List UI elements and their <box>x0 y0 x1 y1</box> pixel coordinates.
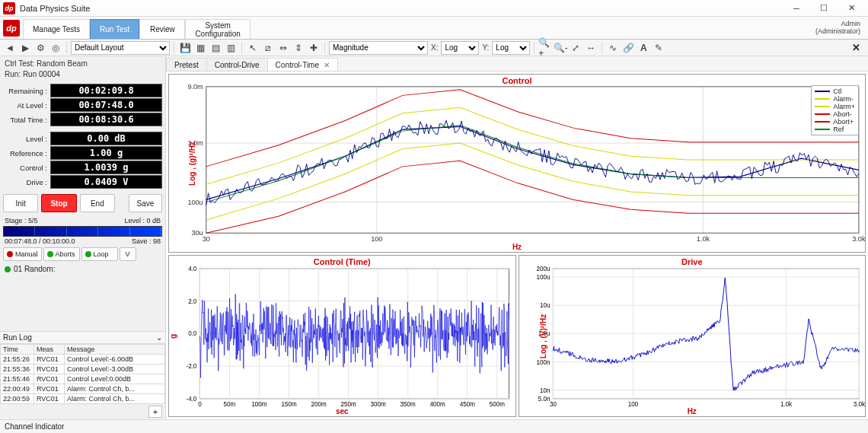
manual-button[interactable]: Manual <box>3 247 42 261</box>
svg-text:30: 30 <box>203 235 210 243</box>
text-icon[interactable]: A <box>637 41 650 55</box>
target-icon[interactable]: ◎ <box>49 41 62 55</box>
svg-text:1.0k: 1.0k <box>697 235 710 243</box>
y-scale-select[interactable]: Log <box>492 41 530 55</box>
svg-text:100u: 100u <box>536 274 550 281</box>
grid-1-icon[interactable]: ▦ <box>193 41 207 55</box>
init-button[interactable]: Init <box>3 194 38 212</box>
totaltime-label: Total Time : <box>3 116 50 124</box>
ctrl-test-label: Ctrl Test: Random Beam <box>5 59 161 69</box>
annotate-icon[interactable]: ✎ <box>652 41 665 55</box>
app-menu-button[interactable]: dp <box>0 17 23 39</box>
maximize-button[interactable]: ☐ <box>810 0 838 17</box>
runlog-expand-icon[interactable]: ⌄ <box>156 333 162 342</box>
v-button[interactable]: V <box>120 247 136 261</box>
table-row[interactable]: 21:55:26RVC01Control Level:-6.00dB <box>1 355 165 365</box>
chart-drive-ylabel: Log , (V)²/Hz <box>538 314 547 358</box>
runlog-table: Time Meas Message 21:55:26RVC01Control L… <box>0 344 165 404</box>
x-scale-select[interactable]: Log <box>441 41 479 55</box>
svg-text:3.0k: 3.0k <box>852 235 865 243</box>
nav-back-button[interactable]: ◄ <box>3 41 17 55</box>
drive-label: Drive : <box>3 178 50 186</box>
user-badge[interactable]: Admin (Administrator) <box>808 17 868 39</box>
progress-bar <box>3 226 162 237</box>
doctab-close-icon[interactable]: ✕ <box>324 61 330 69</box>
tab-review[interactable]: Review <box>139 19 185 39</box>
ribbon: dp Manage Tests Run Test Review System C… <box>0 17 868 40</box>
chart-controltime-ylabel: g <box>169 333 177 338</box>
crosshair-icon[interactable]: ✚ <box>307 41 321 55</box>
elapsed-time: 00:07:48.0 <box>5 237 37 245</box>
col-time[interactable]: Time <box>1 345 34 355</box>
user-role: (Administrator) <box>815 28 860 36</box>
app-logo-icon: dp <box>3 2 15 14</box>
grid-3-icon[interactable]: ▥ <box>224 41 238 55</box>
manual-status-icon <box>7 251 13 257</box>
tab-run-test[interactable]: Run Test <box>90 19 139 39</box>
wave-icon[interactable]: ∿ <box>606 41 620 55</box>
chart-control-time[interactable]: Control (Time) g sec -4.0-2.00.02.04.005… <box>168 255 516 417</box>
reference-label: Reference : <box>3 149 50 158</box>
drive-value: 0.0409 V <box>50 175 162 189</box>
table-row[interactable]: 21:55:46RVC01Control Level:0.00dB <box>1 374 165 384</box>
chart-drive[interactable]: Drive Log , (V)²/Hz Hz 200u100u10u1.0u10… <box>519 255 866 417</box>
zoom-in-icon[interactable]: 🔍+ <box>538 41 552 55</box>
aborts-button[interactable]: Aborts <box>43 247 80 261</box>
gear-icon[interactable]: ⚙ <box>34 41 47 55</box>
doctab-control-drive[interactable]: Control-Drive <box>206 58 268 71</box>
save-layout-icon[interactable]: 💾 <box>178 41 192 55</box>
run-log: Run Log⌄ Time Meas Message 21:55:26RVC01… <box>0 331 165 404</box>
runlog-title: Run Log <box>3 333 32 342</box>
random-status-icon <box>5 266 11 272</box>
layout-select[interactable]: Default Layout <box>71 41 170 55</box>
end-button[interactable]: End <box>80 194 115 212</box>
stage-label: Stage : 5/5 <box>5 217 38 224</box>
atlevel-value: 00:07:48.0 <box>50 98 162 112</box>
table-row[interactable]: 22:00:59RVC01Alarm: Control Ch, b... <box>1 394 165 404</box>
chart-control[interactable]: Control Log , (g)²/Hz Hz 301001.0k3.0k9.… <box>168 74 866 253</box>
level-value: 0.00 dB <box>50 132 162 145</box>
totaltime-value: 00:08:30.6 <box>50 113 162 126</box>
loop-button[interactable]: Loop <box>81 247 118 261</box>
zoom-out-icon[interactable]: 🔍- <box>554 41 567 55</box>
doctab-control-time[interactable]: Control-Time ✕ <box>267 58 338 71</box>
minimize-button[interactable]: ─ <box>783 0 810 17</box>
play-button[interactable]: ▶ <box>18 41 32 55</box>
table-row[interactable]: 21:55:36RVC01Control Level:-3.00dB <box>1 365 165 374</box>
level-label: Level : <box>3 135 50 143</box>
total-time: 00:10:00.0 <box>43 237 75 245</box>
save-button[interactable]: Save <box>129 194 162 212</box>
doc-tabs: Pretest Control-Drive Control-Time ✕ <box>166 56 868 72</box>
close-button[interactable]: ✕ <box>838 0 865 17</box>
add-panel-button[interactable]: + <box>148 406 162 418</box>
control-label: Control : <box>3 164 50 172</box>
zoom-box-icon[interactable]: ⧄ <box>261 41 275 55</box>
statusbar: Channel Indicator <box>0 419 868 433</box>
tab-system-configuration[interactable]: System Configuration <box>185 19 250 39</box>
table-row[interactable]: 22:00:49RVC01Alarm: Control Ch, b... <box>1 384 165 394</box>
link-icon[interactable]: 🔗 <box>621 41 635 55</box>
chart-drive-xlabel: Hz <box>519 407 866 415</box>
zoom-fit-icon[interactable]: ⤢ <box>569 41 582 55</box>
main-area: Pretest Control-Drive Control-Time ✕ Con… <box>166 56 868 419</box>
atlevel-label: At Level : <box>3 101 50 110</box>
cursor-icon[interactable]: ↖ <box>246 41 260 55</box>
svg-text:-4.0: -4.0 <box>186 396 196 403</box>
chart-control-legend: CtlAlarm-Alarm+Abort-Abort+Ref <box>811 85 859 135</box>
zoom-y-icon[interactable]: ⇕ <box>292 41 305 55</box>
doctab-pretest[interactable]: Pretest <box>166 58 207 71</box>
pan-icon[interactable]: ↔ <box>584 41 598 55</box>
stop-button[interactable]: Stop <box>41 194 76 212</box>
zoom-x-icon[interactable]: ⇔ <box>276 41 290 55</box>
grid-2-icon[interactable]: ▤ <box>209 41 222 55</box>
svg-text:4.0: 4.0 <box>188 266 197 272</box>
toolbar-close-icon[interactable]: ✕ <box>847 42 865 53</box>
tree-item-random[interactable]: 01 Random: <box>0 263 165 275</box>
svg-text:9.0m: 9.0m <box>187 83 203 91</box>
tab-manage-tests[interactable]: Manage Tests <box>23 19 90 39</box>
reference-value: 1.00 g <box>50 146 162 160</box>
col-message[interactable]: Message <box>65 345 165 355</box>
svg-text:30u: 30u <box>191 229 203 237</box>
col-meas[interactable]: Meas <box>34 345 65 355</box>
magnitude-select[interactable]: Magnitude <box>329 41 428 55</box>
